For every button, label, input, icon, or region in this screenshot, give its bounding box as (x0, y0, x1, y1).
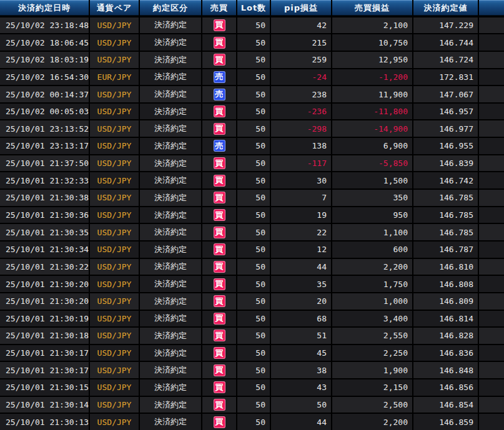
cell-pip-pl[interactable]: 138 (271, 138, 331, 154)
cell-trade-pl[interactable]: -14,900 (332, 120, 412, 137)
cell-settle-datetime[interactable]: 25/10/01 21:30:17 (0, 345, 89, 361)
cell-execution-type[interactable]: 決済約定 (140, 17, 201, 34)
cell-lots[interactable]: 50 (237, 345, 270, 361)
col-header-settle-datetime[interactable]: 決済約定日時 (0, 0, 89, 16)
cell-currency-pair[interactable]: USD/JPY (90, 138, 139, 154)
cell-settle-datetime[interactable]: 25/10/01 21:30:18 (0, 328, 89, 344)
cell-pip-pl[interactable]: 35 (271, 276, 331, 292)
cell-trade-pl[interactable]: 10,750 (332, 34, 412, 51)
cell-buy-sell[interactable]: 買 (202, 345, 236, 361)
cell-settle-price[interactable]: 146.836 (413, 345, 478, 361)
cell-execution-type[interactable]: 決済約定 (140, 414, 201, 430)
cell-execution-type[interactable]: 決済約定 (140, 138, 201, 154)
cell-buy-sell[interactable]: 買 (202, 414, 236, 430)
cell-settle-datetime[interactable]: 25/10/01 21:30:35 (0, 224, 89, 240)
cell-pip-pl[interactable]: 238 (271, 86, 331, 102)
cell-trade-pl[interactable]: 2,550 (332, 328, 412, 344)
cell-buy-sell[interactable]: 売 (202, 138, 236, 154)
cell-trade-pl[interactable]: 1,000 (332, 293, 412, 310)
cell-pip-pl[interactable]: 50 (271, 397, 331, 413)
cell-lots[interactable]: 50 (237, 86, 270, 102)
cell-execution-type[interactable]: 決済約定 (140, 242, 201, 258)
cell-currency-pair[interactable]: USD/JPY (90, 293, 139, 310)
cell-pip-pl[interactable]: -236 (271, 104, 331, 120)
cell-lots[interactable]: 50 (237, 414, 270, 430)
col-header-settle-price[interactable]: 決済約定値 (413, 0, 478, 16)
cell-trade-pl[interactable]: 3,400 (332, 311, 412, 327)
cell-execution-type[interactable]: 決済約定 (140, 69, 201, 86)
cell-execution-type[interactable]: 決済約定 (140, 379, 201, 396)
cell-settle-datetime[interactable]: 25/10/02 00:05:03 (0, 104, 89, 120)
cell-currency-pair[interactable]: USD/JPY (90, 311, 139, 327)
cell-trade-pl[interactable]: -11,800 (332, 104, 412, 120)
cell-pip-pl[interactable]: 30 (271, 172, 331, 188)
cell-currency-pair[interactable]: USD/JPY (90, 276, 139, 292)
cell-settle-price[interactable]: 146.828 (413, 328, 478, 344)
cell-buy-sell[interactable]: 買 (202, 207, 236, 223)
cell-pip-pl[interactable]: 22 (271, 224, 331, 240)
cell-lots[interactable]: 50 (237, 69, 270, 86)
cell-lots[interactable]: 50 (237, 259, 270, 275)
col-header-lots[interactable]: Lot数 (237, 0, 270, 16)
cell-currency-pair[interactable]: USD/JPY (90, 172, 139, 188)
cell-trade-pl[interactable]: 950 (332, 207, 412, 223)
cell-currency-pair[interactable]: USD/JPY (90, 190, 139, 206)
cell-settle-price[interactable]: 172.831 (413, 69, 478, 86)
cell-trade-pl[interactable]: 11,900 (332, 86, 412, 102)
cell-lots[interactable]: 50 (237, 104, 270, 120)
cell-buy-sell[interactable]: 買 (202, 190, 236, 206)
cell-currency-pair[interactable]: USD/JPY (90, 86, 139, 102)
cell-buy-sell[interactable]: 買 (202, 34, 236, 51)
cell-settle-datetime[interactable]: 25/10/01 21:30:17 (0, 362, 89, 378)
cell-currency-pair[interactable]: USD/JPY (90, 155, 139, 172)
cell-settle-price[interactable]: 146.785 (413, 190, 478, 206)
cell-settle-price[interactable]: 146.809 (413, 293, 478, 310)
cell-pip-pl[interactable]: 68 (271, 311, 331, 327)
cell-lots[interactable]: 50 (237, 328, 270, 344)
cell-settle-datetime[interactable]: 25/10/01 21:30:14 (0, 397, 89, 413)
cell-buy-sell[interactable]: 買 (202, 362, 236, 378)
cell-lots[interactable]: 50 (237, 293, 270, 310)
cell-trade-pl[interactable]: 2,200 (332, 259, 412, 275)
cell-settle-datetime[interactable]: 25/10/01 21:30:38 (0, 190, 89, 206)
cell-buy-sell[interactable]: 買 (202, 172, 236, 188)
cell-lots[interactable]: 50 (237, 207, 270, 223)
cell-lots[interactable]: 50 (237, 172, 270, 188)
cell-settle-datetime[interactable]: 25/10/02 18:06:45 (0, 34, 89, 51)
col-header-pip-pl[interactable]: pip損益 (271, 0, 331, 16)
cell-settle-datetime[interactable]: 25/10/01 21:30:34 (0, 242, 89, 258)
cell-settle-price[interactable]: 146.742 (413, 172, 478, 188)
cell-settle-price[interactable]: 146.977 (413, 120, 478, 137)
cell-currency-pair[interactable]: USD/JPY (90, 242, 139, 258)
col-header-trade-pl[interactable]: 売買損益 (332, 0, 412, 16)
cell-execution-type[interactable]: 決済約定 (140, 397, 201, 413)
cell-buy-sell[interactable]: 買 (202, 155, 236, 172)
cell-pip-pl[interactable]: 44 (271, 259, 331, 275)
cell-settle-datetime[interactable]: 25/10/01 21:30:20 (0, 293, 89, 310)
cell-buy-sell[interactable]: 売 (202, 69, 236, 86)
cell-execution-type[interactable]: 決済約定 (140, 34, 201, 51)
cell-trade-pl[interactable]: 2,250 (332, 345, 412, 361)
cell-currency-pair[interactable]: USD/JPY (90, 379, 139, 396)
cell-trade-pl[interactable]: 1,900 (332, 362, 412, 378)
cell-lots[interactable]: 50 (237, 242, 270, 258)
cell-settle-datetime[interactable]: 25/10/01 23:13:52 (0, 120, 89, 137)
cell-settle-price[interactable]: 146.744 (413, 34, 478, 51)
cell-execution-type[interactable]: 決済約定 (140, 276, 201, 292)
cell-settle-price[interactable]: 146.854 (413, 397, 478, 413)
cell-buy-sell[interactable]: 買 (202, 328, 236, 344)
cell-pip-pl[interactable]: 51 (271, 328, 331, 344)
cell-settle-price[interactable]: 146.859 (413, 414, 478, 430)
cell-settle-price[interactable]: 146.785 (413, 224, 478, 240)
cell-settle-price[interactable]: 146.957 (413, 104, 478, 120)
cell-execution-type[interactable]: 決済約定 (140, 259, 201, 275)
cell-pip-pl[interactable]: -298 (271, 120, 331, 137)
cell-currency-pair[interactable]: USD/JPY (90, 259, 139, 275)
cell-trade-pl[interactable]: 1,100 (332, 224, 412, 240)
cell-execution-type[interactable]: 決済約定 (140, 104, 201, 120)
col-header-execution-type[interactable]: 約定区分 (140, 0, 201, 16)
cell-lots[interactable]: 50 (237, 17, 270, 34)
cell-trade-pl[interactable]: 2,100 (332, 17, 412, 34)
cell-lots[interactable]: 50 (237, 397, 270, 413)
cell-currency-pair[interactable]: USD/JPY (90, 52, 139, 68)
